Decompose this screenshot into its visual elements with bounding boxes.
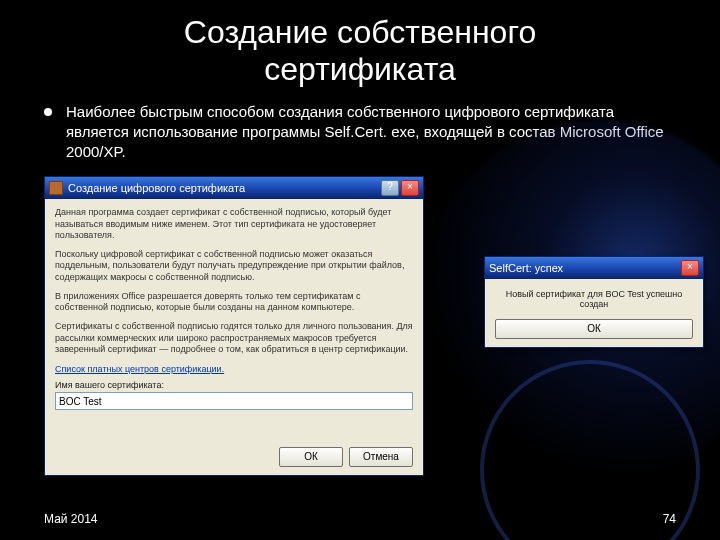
cert-authorities-link[interactable]: Список платных центров сертификации. (55, 364, 224, 374)
app-icon (49, 181, 63, 195)
footer-date: Май 2014 (44, 512, 98, 526)
success-message: Новый сертификат для BOC Test успешно со… (495, 289, 693, 309)
paragraph-4: Сертификаты с собственной подписью годят… (55, 321, 413, 355)
footer-page-number: 74 (663, 512, 676, 526)
bullet-text: Наиболее быстрым способом создания собст… (66, 102, 676, 163)
title-line-1: Создание собственного (184, 14, 536, 50)
bullet-item: Наиболее быстрым способом создания собст… (0, 88, 720, 171)
dialog-body: Данная программа создает сертификат с со… (45, 199, 423, 418)
cert-name-label: Имя вашего сертификата: (55, 380, 413, 390)
bullet-icon (44, 108, 52, 116)
ok-button[interactable]: ОК (279, 447, 343, 467)
close-button[interactable]: × (681, 260, 699, 276)
paragraph-3: В приложениях Office разрешается доверят… (55, 291, 413, 314)
cancel-button[interactable]: Отмена (349, 447, 413, 467)
success-titlebar[interactable]: SelfCert: успех × (485, 257, 703, 279)
selfcert-success-dialog: SelfCert: успех × Новый сертификат для B… (484, 256, 704, 348)
dialog-titlebar[interactable]: Создание цифрового сертификата ? × (45, 177, 423, 199)
screenshots-area: Создание цифрового сертификата ? × Данна… (44, 176, 676, 476)
dialog-title: Создание цифрового сертификата (68, 182, 381, 194)
success-title: SelfCert: успех (489, 262, 681, 274)
cert-name-input[interactable] (55, 392, 413, 410)
paragraph-2: Поскольку цифровой сертификат с собствен… (55, 249, 413, 283)
slide-title: Создание собственного сертификата (0, 0, 720, 88)
ok-button[interactable]: ОК (495, 319, 693, 339)
paragraph-1: Данная программа создает сертификат с со… (55, 207, 413, 241)
slide-footer: Май 2014 74 (0, 512, 720, 526)
close-button[interactable]: × (401, 180, 419, 196)
create-certificate-dialog: Создание цифрового сертификата ? × Данна… (44, 176, 424, 476)
help-button[interactable]: ? (381, 180, 399, 196)
title-line-2: сертификата (264, 51, 456, 87)
